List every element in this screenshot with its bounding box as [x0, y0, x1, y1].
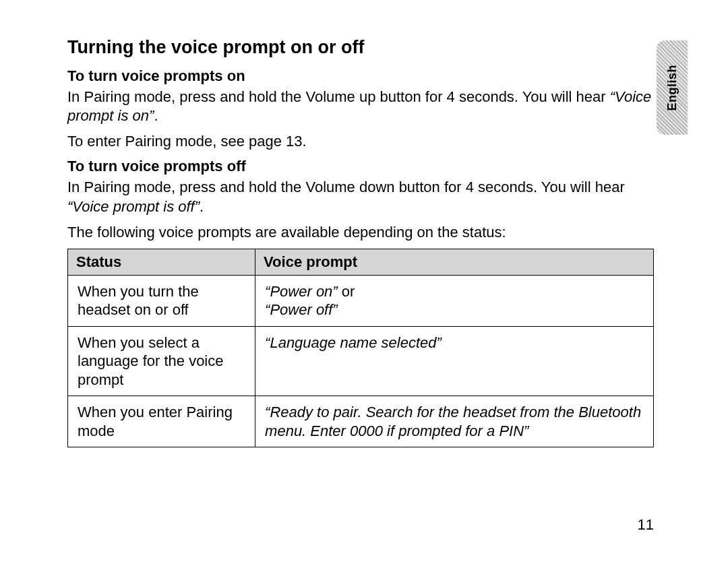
text: In Pairing mode, press and hold the Volu…: [67, 88, 610, 105]
language-tab-label: English: [665, 65, 679, 111]
subheading-on: To turn voice prompts on: [67, 67, 654, 85]
quote-text: “Voice prompt is off”: [67, 198, 200, 215]
prompt-text: or: [338, 283, 355, 300]
table-row: When you enter Pairing mode “Ready to pa…: [68, 396, 654, 447]
page-title: Turning the voice prompt on or off: [67, 37, 654, 58]
col-header-prompt: Voice prompt: [255, 249, 654, 275]
cell-status: When you enter Pairing mode: [68, 396, 255, 447]
cell-prompt: “Power on” or “Power off”: [255, 275, 654, 326]
col-header-status: Status: [68, 249, 255, 275]
table-row: When you turn the headset on or off “Pow…: [68, 275, 654, 326]
voice-prompt-table: Status Voice prompt When you turn the he…: [67, 249, 654, 448]
page-number: 11: [638, 516, 654, 534]
cell-status: When you select a language for the voice…: [68, 326, 255, 396]
prompt-quote: “Power off”: [265, 301, 338, 318]
cell-prompt: “Ready to pair. Search for the headset f…: [255, 396, 654, 447]
prompt-quote: “Language name selected”: [265, 334, 442, 351]
prompt-quote: “Ready to pair. Search for the headset f…: [265, 404, 641, 439]
on-paragraph-2: To enter Pairing mode, see page 13.: [67, 132, 654, 151]
table-header-row: Status Voice prompt: [68, 249, 654, 275]
text: .: [200, 198, 204, 215]
subheading-off: To turn voice prompts off: [67, 158, 654, 175]
manual-page: English Turning the voice prompt on or o…: [0, 0, 728, 566]
prompt-quote: “Power on”: [265, 283, 338, 300]
table-row: When you select a language for the voice…: [68, 326, 654, 396]
off-paragraph-1: In Pairing mode, press and hold the Volu…: [67, 178, 654, 216]
off-paragraph-2: The following voice prompts are availabl…: [67, 223, 654, 242]
cell-status: When you turn the headset on or off: [68, 275, 255, 326]
text: .: [154, 107, 158, 124]
cell-prompt: “Language name selected”: [255, 326, 654, 396]
on-paragraph-1: In Pairing mode, press and hold the Volu…: [67, 88, 654, 125]
language-tab: English: [657, 40, 688, 135]
text: In Pairing mode, press and hold the Volu…: [67, 179, 625, 195]
